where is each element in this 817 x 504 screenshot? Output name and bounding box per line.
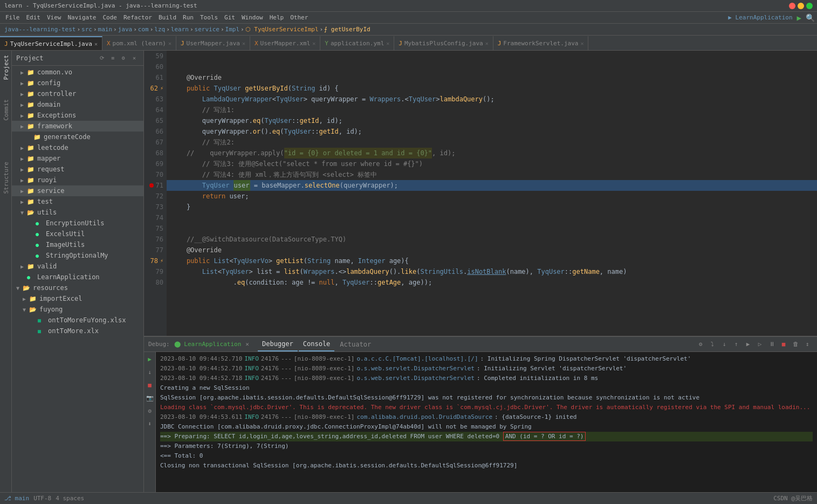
tab-close-icon[interactable]: ✕ bbox=[168, 40, 171, 46]
menu-build[interactable]: Build bbox=[155, 13, 180, 22]
debug-main: ▶ ↓ ■ 📷 ⚙ ⬇ 2023-08-10 09:44:52.710 INFO… bbox=[144, 352, 817, 492]
debug-tool-clear[interactable]: 🗑 bbox=[790, 339, 801, 350]
tree-item-leetcode[interactable]: ▶ 📁 leetcode bbox=[12, 142, 143, 153]
tree-item-learnapplication[interactable]: ● LearnApplication bbox=[12, 272, 143, 282]
menu-other[interactable]: Other bbox=[287, 13, 311, 22]
debug-settings-icon[interactable]: ⚙ bbox=[145, 406, 155, 416]
tree-item-onttomoreXlx[interactable]: ■ ontToMore.xlx bbox=[12, 326, 143, 336]
debug-run-icon[interactable]: ▶ bbox=[145, 354, 155, 364]
menu-edit[interactable]: Edit bbox=[23, 13, 44, 22]
tree-item-utils[interactable]: ▼ 📂 utils bbox=[12, 207, 143, 218]
breakpoint-icon[interactable] bbox=[149, 183, 154, 188]
tab-close-icon4[interactable]: ✕ bbox=[386, 40, 389, 46]
debug-tool-step-out[interactable]: ↑ bbox=[731, 339, 742, 350]
vtab-commit[interactable]: Commit bbox=[1, 97, 11, 123]
tree-item-excelsutil[interactable]: ● ExcelsUtil bbox=[12, 229, 143, 239]
menu-view[interactable]: View bbox=[44, 13, 65, 22]
tab-close-icon5[interactable]: ✕ bbox=[485, 40, 489, 46]
debug-stop-icon[interactable]: ■ bbox=[145, 380, 155, 390]
menu-window[interactable]: Window bbox=[238, 13, 266, 22]
debug-app-label[interactable]: ⬤ LearnApplication bbox=[174, 341, 242, 348]
tab-tyquserserviceimpl[interactable]: J TyqUserServiceImpl.java ✕ bbox=[0, 36, 102, 50]
tab-bar: J TyqUserServiceImpl.java ✕ X pom.xml (l… bbox=[0, 36, 817, 51]
tab-mybatisplusconfig[interactable]: J MybatisPlusConfig.java ✕ bbox=[394, 36, 493, 50]
close-button[interactable] bbox=[789, 3, 795, 9]
tree-item-importexcel[interactable]: ▶ 📁 importExcel bbox=[12, 293, 143, 304]
debug-step-icon[interactable]: ↓ bbox=[145, 367, 155, 377]
tab-icon-java3: J bbox=[399, 40, 402, 47]
menu-refactor[interactable]: Refactor bbox=[120, 13, 155, 22]
sidebar-settings-icon[interactable]: ⚙ bbox=[119, 53, 128, 63]
tree-item-onttomorefuyong[interactable]: ■ ontToMoreFuYong.xlsx bbox=[12, 315, 143, 326]
status-left: ⎇ main UTF-8 4 spaces bbox=[4, 495, 84, 502]
tree-arrow: ▶ bbox=[20, 156, 27, 162]
debug-tab-debugger[interactable]: Debugger bbox=[258, 337, 298, 351]
tree-item-encryptionutils[interactable]: ● EncryptionUtils bbox=[12, 218, 143, 229]
tree-item-request[interactable]: ▶ 📁 request bbox=[12, 164, 143, 175]
run-button[interactable]: ▶ bbox=[797, 13, 801, 22]
maximize-button[interactable] bbox=[806, 3, 813, 9]
sidebar-close-icon[interactable]: ✕ bbox=[129, 53, 139, 63]
sidebar-expand-icon[interactable]: ≡ bbox=[108, 53, 118, 63]
debug-tool-run-cursor[interactable]: ▶ bbox=[743, 339, 753, 350]
tree-item-stringoptionalmy[interactable]: ● StringOptionalMy bbox=[12, 250, 143, 261]
menu-tools[interactable]: Tools bbox=[197, 13, 221, 22]
tree-item-imageutils[interactable]: ● ImageUtils bbox=[12, 239, 143, 250]
debug-tool-pause[interactable]: ⏸ bbox=[766, 339, 777, 350]
debug-close-icon[interactable]: ✕ bbox=[245, 341, 249, 348]
menu-file[interactable]: File bbox=[2, 13, 23, 22]
tree-item-test[interactable]: ▶ 📁 test bbox=[12, 196, 143, 207]
tree-item-valid[interactable]: ▶ 📁 valid bbox=[12, 261, 143, 272]
tree-item-generatecode[interactable]: 📁 generateCode bbox=[12, 132, 143, 142]
vtab-project[interactable]: Project bbox=[1, 53, 11, 82]
tree-item-service[interactable]: ▶ 📁 service bbox=[12, 185, 143, 196]
code-line-60 bbox=[167, 61, 817, 72]
menu-run[interactable]: Run bbox=[180, 13, 197, 22]
menu-help[interactable]: Help bbox=[266, 13, 287, 22]
tree-item-exceptions[interactable]: ▶ 📁 Exceptions bbox=[12, 110, 143, 121]
code-content[interactable]: @Override public TyqUser getUserById(Str… bbox=[167, 51, 817, 336]
tab-close-icon3[interactable]: ✕ bbox=[312, 40, 315, 46]
tab-pomxml[interactable]: X pom.xml (learn) ✕ bbox=[102, 36, 176, 50]
debug-tool-stop[interactable]: ■ bbox=[778, 339, 789, 350]
debug-tab-console[interactable]: Console bbox=[299, 337, 335, 351]
vtab-structure[interactable]: Structure bbox=[1, 160, 11, 196]
tree-item-framework[interactable]: ▶ 📁 framework bbox=[12, 121, 143, 132]
tab-frameworkservlet[interactable]: J FrameworkServlet.java ✕ bbox=[493, 36, 589, 50]
debug-down-icon[interactable]: ⬇ bbox=[145, 419, 155, 429]
tree-item-config[interactable]: ▶ 📁 config bbox=[12, 78, 143, 88]
console-output[interactable]: 2023-08-10 09:44:52.710 INFO 24176 --- [… bbox=[156, 352, 817, 492]
tree-item-mapper[interactable]: ▶ 📁 mapper bbox=[12, 153, 143, 164]
code-editor[interactable]: 59 60 61 62⚡ 63 64 65 66 67 68 69 70 71 … bbox=[144, 51, 817, 336]
sidebar-sync-icon[interactable]: ⟳ bbox=[97, 53, 107, 63]
debug-tool-scroll[interactable]: ↕ bbox=[802, 339, 813, 350]
tab-close-icon[interactable]: ✕ bbox=[94, 41, 98, 47]
debug-tool-resume[interactable]: ▷ bbox=[754, 339, 765, 350]
tree-item-domain[interactable]: ▶ 📁 domain bbox=[12, 99, 143, 110]
tab-close-icon6[interactable]: ✕ bbox=[580, 40, 583, 46]
log-line: SqlSession [org.apache.ibatis.session.de… bbox=[160, 393, 813, 403]
tree-item-common-vo[interactable]: ▶ 📁 common.vo bbox=[12, 67, 143, 78]
tab-usermapper-xml[interactable]: X UserMapper.xml ✕ bbox=[250, 36, 320, 50]
folder-icon: 📁 bbox=[27, 263, 36, 270]
tree-item-ruoyi[interactable]: ▶ 📁 ruoyi bbox=[12, 175, 143, 185]
tree-item-controller[interactable]: ▶ 📁 controller bbox=[12, 88, 143, 99]
status-right: CSDN @吴巴格 bbox=[773, 494, 813, 502]
minimize-button[interactable] bbox=[798, 3, 804, 9]
search-button[interactable]: 🔍 bbox=[806, 13, 815, 22]
debug-tool-step-into[interactable]: ↓ bbox=[719, 339, 730, 350]
debug-tab-actuator[interactable]: Actuator bbox=[335, 337, 375, 351]
menu-navigate[interactable]: Navigate bbox=[65, 13, 100, 22]
menu-git[interactable]: Git bbox=[221, 13, 238, 22]
line-numbers: 59 60 61 62⚡ 63 64 65 66 67 68 69 70 71 … bbox=[144, 51, 167, 336]
code-line-77: @Override bbox=[167, 245, 817, 256]
tree-item-fuyong[interactable]: ▼ 📂 fuyong bbox=[12, 304, 143, 315]
debug-tool-step-over[interactable]: ⤵ bbox=[707, 339, 718, 350]
tree-item-resources[interactable]: ▼ 📂 resources bbox=[12, 282, 143, 293]
tab-close-icon2[interactable]: ✕ bbox=[242, 40, 245, 46]
debug-camera-icon[interactable]: 📷 bbox=[145, 393, 155, 403]
debug-tool-filter[interactable]: ⚙ bbox=[695, 339, 706, 350]
menu-code[interactable]: Code bbox=[99, 13, 120, 22]
tab-usermapper-java[interactable]: J UserMapper.java ✕ bbox=[176, 36, 250, 50]
tab-application-yml[interactable]: Y application.yml ✕ bbox=[320, 36, 394, 50]
